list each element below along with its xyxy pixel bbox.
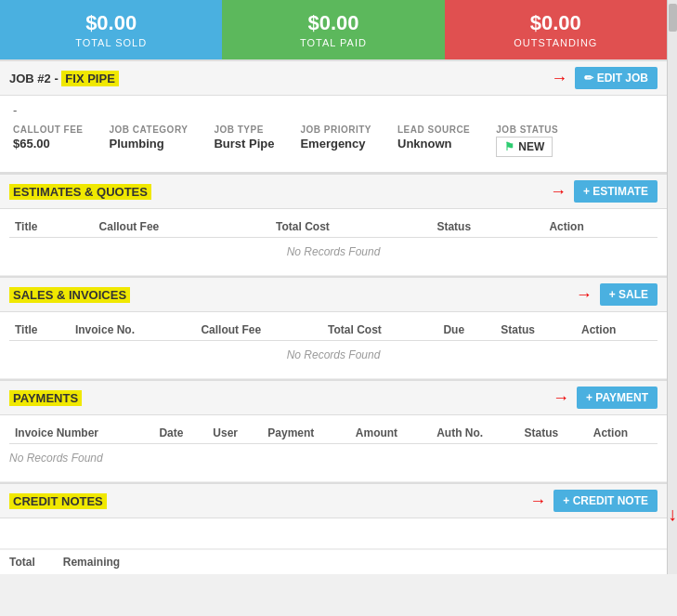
payments-section-header: PAYMENTS → + PAYMENT xyxy=(0,379,667,415)
estimates-no-records: No Records Found xyxy=(9,238,657,267)
estimates-header-right: → + ESTIMATE xyxy=(550,180,657,203)
payments-table: Invoice Number Date User Payment Amount … xyxy=(9,421,657,472)
lead-source-field: LEAD SOURCE Unknown xyxy=(397,125,470,157)
callout-fee-value: $65.00 xyxy=(13,137,84,151)
payments-table-container: Invoice Number Date User Payment Amount … xyxy=(0,415,667,482)
job-priority-field: JOB PRIORITY Emergency xyxy=(300,125,371,157)
credit-notes-table-container xyxy=(0,518,667,549)
est-col-callout: Callout Fee xyxy=(94,215,271,238)
footer-total-label: Total xyxy=(9,556,35,569)
payments-header-right: → + PAYMENT xyxy=(553,387,657,409)
job-type-label: JOB TYPE xyxy=(214,125,274,135)
credit-notes-title: CREDIT NOTES xyxy=(9,494,107,508)
job-title-highlight: FIX PIPE xyxy=(61,71,118,86)
job-status-badge: ⚑ NEW xyxy=(496,137,553,157)
job-priority-label: JOB PRIORITY xyxy=(300,125,371,135)
total-paid-box: $0.00 TOTAL PAID xyxy=(222,0,444,59)
footer-totals: Total Remaining xyxy=(0,549,667,574)
add-estimate-button[interactable]: + ESTIMATE xyxy=(574,180,657,203)
job-status-label: JOB STATUS xyxy=(496,125,558,135)
credit-notes-section-header: CREDIT NOTES → + CREDIT NOTE xyxy=(0,482,667,518)
job-status-value: ⚑ NEW xyxy=(496,137,558,157)
total-paid-label: TOTAL PAID xyxy=(231,37,435,48)
pay-col-status: Status xyxy=(519,421,588,444)
job-detail-area: - CALLOUT FEE $65.00 JOB CATEGORY Plumbi… xyxy=(0,96,667,173)
est-col-action: Action xyxy=(543,215,657,238)
estimates-table: Title Callout Fee Total Cost Status Acti… xyxy=(9,215,657,266)
pay-col-auth: Auth No. xyxy=(431,421,518,444)
credit-notes-arrow-icon: → xyxy=(529,491,546,511)
sales-col-action: Action xyxy=(576,318,657,341)
total-sold-box: $0.00 TOTAL SOLD xyxy=(0,0,222,59)
edit-job-button[interactable]: ✏ EDIT JOB xyxy=(575,67,657,89)
job-type-field: JOB TYPE Burst Pipe xyxy=(214,125,274,157)
callout-fee-field: CALLOUT FEE $65.00 xyxy=(13,125,84,157)
job-category-value: Plumbing xyxy=(110,137,189,151)
est-col-total: Total Cost xyxy=(270,215,431,238)
payments-no-records: No Records Found xyxy=(9,444,657,473)
lead-source-label: LEAD SOURCE xyxy=(397,125,470,135)
lead-source-value: Unknown xyxy=(397,137,470,151)
stats-bar: $0.00 TOTAL SOLD $0.00 TOTAL PAID $0.00 … xyxy=(0,0,667,59)
callout-fee-label: CALLOUT FEE xyxy=(13,125,84,135)
est-col-status: Status xyxy=(431,215,543,238)
pay-col-payment: Payment xyxy=(262,421,350,444)
sales-arrow-icon: → xyxy=(576,285,592,305)
sales-col-invoice: Invoice No. xyxy=(70,318,195,341)
pay-col-invoice: Invoice Number xyxy=(9,421,153,444)
estimates-title: ESTIMATES & QUOTES xyxy=(9,185,151,199)
total-sold-amount: $0.00 xyxy=(9,11,213,35)
flag-icon: ⚑ xyxy=(504,140,514,153)
sales-col-total: Total Cost xyxy=(322,318,437,341)
est-col-title: Title xyxy=(9,215,94,238)
job-status-text: NEW xyxy=(518,140,544,153)
total-paid-amount: $0.00 xyxy=(231,11,435,35)
job-dash: - xyxy=(13,103,654,117)
credit-notes-table xyxy=(9,524,657,539)
sales-section-header: SALES & INVOICES → + SALE xyxy=(0,276,667,312)
job-header-right: → ✏ EDIT JOB xyxy=(551,67,657,89)
sales-col-callout: Callout Fee xyxy=(195,318,322,341)
estimates-section-header: ESTIMATES & QUOTES → + ESTIMATE xyxy=(0,173,667,209)
add-payment-button[interactable]: + PAYMENT xyxy=(577,387,657,409)
estimates-arrow-icon: → xyxy=(550,182,566,202)
sales-col-due: Due xyxy=(437,318,495,341)
payments-title: PAYMENTS xyxy=(9,391,82,405)
outstanding-box: $0.00 OUTSTANDING xyxy=(445,0,667,59)
add-sale-button[interactable]: + SALE xyxy=(600,283,657,306)
credit-notes-header-right: → + CREDIT NOTE xyxy=(529,490,657,512)
scroll-down-arrow-icon: ↓ xyxy=(668,505,677,523)
job-title: JOB #2 - FIX PIPE xyxy=(9,72,119,85)
sales-header-right: → + SALE xyxy=(576,283,657,306)
job-arrow-icon: → xyxy=(551,69,567,88)
pay-col-date: Date xyxy=(153,421,207,444)
sales-title: SALES & INVOICES xyxy=(9,288,130,302)
job-section-header: JOB #2 - FIX PIPE → ✏ EDIT JOB xyxy=(0,59,667,96)
footer-remaining-label: Remaining xyxy=(63,556,120,569)
pay-col-action: Action xyxy=(588,421,657,444)
job-category-field: JOB CATEGORY Plumbing xyxy=(110,125,189,157)
outstanding-amount: $0.00 xyxy=(454,11,657,35)
outstanding-label: OUTSTANDING xyxy=(454,37,657,48)
job-fields: CALLOUT FEE $65.00 JOB CATEGORY Plumbing… xyxy=(13,125,654,163)
sales-col-title: Title xyxy=(9,318,70,341)
sales-table-container: Title Invoice No. Callout Fee Total Cost… xyxy=(0,312,667,379)
sales-table: Title Invoice No. Callout Fee Total Cost… xyxy=(9,318,657,369)
scrollbar[interactable]: ↓ xyxy=(667,0,677,574)
job-status-field: JOB STATUS ⚑ NEW xyxy=(496,125,558,157)
pay-col-user: User xyxy=(207,421,262,444)
sales-col-status: Status xyxy=(495,318,576,341)
scrollbar-thumb[interactable] xyxy=(669,4,677,32)
add-credit-note-button[interactable]: + CREDIT NOTE xyxy=(553,490,657,512)
job-category-label: JOB CATEGORY xyxy=(110,125,189,135)
credit-notes-no-records xyxy=(9,524,657,539)
pay-col-amount: Amount xyxy=(350,421,431,444)
estimates-table-container: Title Callout Fee Total Cost Status Acti… xyxy=(0,209,667,276)
job-type-value: Burst Pipe xyxy=(214,137,274,151)
job-priority-value: Emergency xyxy=(300,137,371,151)
total-sold-label: TOTAL SOLD xyxy=(9,37,213,48)
sales-no-records: No Records Found xyxy=(9,341,657,370)
payments-arrow-icon: → xyxy=(553,388,569,408)
